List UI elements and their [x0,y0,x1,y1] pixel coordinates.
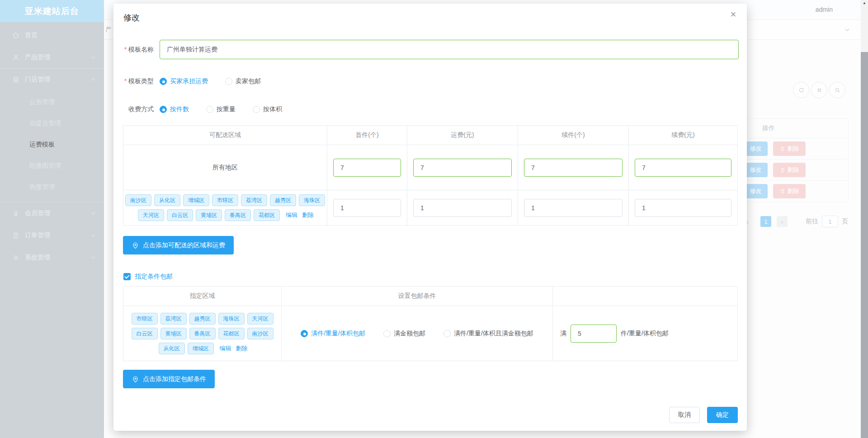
sidebar-item-carousel[interactable]: 轮播图管理 [0,155,104,176]
sidebar-item-pickup-points[interactable]: 自提点管理 [0,113,104,134]
sidebar-item-system[interactable]: 系统管理 [0,246,104,268]
radio-buyer-pays[interactable]: 买家承担运费 [160,77,208,85]
search-icon [834,87,841,94]
chevron-down-icon [90,211,96,216]
radio-by-volume[interactable]: 按体积 [253,105,282,113]
checkbox-checked-icon[interactable] [123,273,131,280]
document-icon [12,232,19,239]
chevron-up-icon [90,77,96,82]
confirm-button[interactable]: 确定 [707,407,738,423]
col-header-condition: 设置包邮条件 [282,287,553,306]
scrollbar-thumb[interactable] [861,52,868,438]
region-tag: 黄埔区 [160,328,187,339]
sidebar-item-announcements[interactable]: 公告管理 [0,91,104,113]
col-header-additional-fee: 续费(元) [629,126,737,145]
col-header-region: 可配送区域 [123,126,327,145]
chevron-down-icon [90,55,96,60]
charge-method-row: 收费方式 按件数 按重量 按体积 [123,102,299,117]
additional-count-input[interactable] [524,199,623,217]
scroll-up-icon[interactable]: ▲ [861,1,868,5]
first-count-input[interactable] [333,199,401,217]
radio-icon [443,330,451,337]
sidebar-item-orders[interactable]: 订单管理 [0,224,104,246]
template-type-row: 模板类型 买家承担运费 卖家包邮 [123,74,278,89]
free-condition-table: 指定区域 设置包邮条件 市辖区 荔湾区 越秀区 海珠区 天河区 白云区 黄埔区 [123,286,738,361]
row-delete-button[interactable]: 删除 [773,141,806,156]
breadcrumb: 产 [105,26,112,34]
dialog-title: 修改 [123,12,140,23]
refresh-icon [798,87,805,94]
goto-page-input[interactable] [822,216,838,227]
row-delete-button[interactable]: 删除 [773,163,806,177]
condition-row: 市辖区 荔湾区 越秀区 海珠区 天河区 白云区 黄埔区 番禺区 花都区 南沙区 [123,306,737,361]
radio-count-and-amount-free[interactable]: 满件/重量/体积且满金额包邮 [443,330,533,338]
col-header-specified-region: 指定区域 [123,287,282,306]
all-regions-row: 所有地区 [123,145,737,190]
region-tags: 南沙区 从化区 增城区 市辖区 荔湾区 越秀区 海珠区 天河区 白云区 黄埔区 … [123,193,327,222]
cancel-button[interactable]: 取消 [669,407,700,423]
gear-icon [12,254,19,261]
region-tag: 白云区 [167,209,193,221]
chevron-down-icon [90,255,96,260]
delete-regions-link[interactable]: 删除 [236,344,248,353]
free-condition-label: 指定条件包邮 [135,273,173,281]
radio-icon [225,78,232,85]
region-tag: 从化区 [154,194,180,206]
search-button[interactable] [829,82,845,98]
chevron-down-icon[interactable] [844,27,850,33]
radio-amount-free[interactable]: 满金额包邮 [383,330,425,338]
admin-user-menu[interactable]: admin [816,6,833,13]
add-region-button[interactable]: 点击添加可配送的区域和运费 [123,236,234,254]
sidebar-item-shipping-templates[interactable]: 运费模板 [0,134,104,155]
trash-icon [780,188,785,194]
edit-regions-link[interactable]: 编辑 [286,211,297,219]
stores-submenu: 公告管理 自提点管理 运费模板 轮播图管理 热搜管理 [0,90,104,202]
threshold-input[interactable] [571,325,617,343]
first-count-input[interactable] [333,159,401,177]
close-icon[interactable]: × [727,8,740,21]
template-name-input[interactable] [160,40,739,59]
sidebar-item-members[interactable]: 会员管理 [0,202,104,224]
scrollbar[interactable]: ▲ [861,0,868,438]
delete-regions-link[interactable]: 删除 [302,211,314,219]
trash-icon [780,167,785,173]
home-icon [12,32,19,39]
add-condition-button[interactable]: 点击添加指定包邮条件 [123,370,215,388]
column-settings-button[interactable] [811,82,827,98]
col-header-first-count: 首件(个) [327,126,407,145]
additional-count-input[interactable] [524,159,623,177]
free-condition-row[interactable]: 指定条件包邮 [123,273,173,281]
additional-fee-input[interactable] [635,199,731,217]
region-tag: 番禺区 [225,209,251,221]
region-tag: 越秀区 [189,313,216,325]
radio-seller-free[interactable]: 卖家包邮 [225,77,261,85]
col-header-fee: 运费(元) [407,126,518,145]
user-icon [12,54,19,61]
region-tag: 花都区 [254,209,280,221]
col-header-empty [553,287,737,306]
region-tag: 番禺区 [189,328,216,339]
radio-by-weight[interactable]: 按重量 [206,105,236,113]
region-tag: 越秀区 [270,194,296,206]
radio-icon [383,330,391,337]
threshold-suffix: 件/重量/体积包邮 [621,330,669,338]
region-tag: 荔湾区 [241,194,267,206]
additional-fee-input[interactable] [635,159,731,177]
row-delete-button[interactable]: 删除 [773,184,806,198]
fee-input[interactable] [413,199,512,217]
col-header-additional-count: 续件(个) [518,126,629,145]
radio-icon [160,106,167,113]
page-number-active[interactable]: 1 [760,216,771,227]
sidebar-item-stores[interactable]: 门店管理 [0,68,104,90]
sidebar-item-home[interactable]: 首页 [0,24,104,46]
sidebar-item-products[interactable]: 产品管理 [0,46,104,68]
region-all-label: 所有地区 [123,145,327,190]
refresh-button[interactable] [793,82,809,98]
next-page-icon[interactable]: › [777,216,788,227]
sidebar-item-hot-search[interactable]: 热搜管理 [0,176,104,198]
fee-input[interactable] [413,159,512,177]
custom-regions-row: 南沙区 从化区 增城区 市辖区 荔湾区 越秀区 海珠区 天河区 白云区 黄埔区 … [123,190,737,226]
edit-regions-link[interactable]: 编辑 [220,344,231,353]
radio-by-count[interactable]: 按件数 [160,105,189,113]
radio-count-free[interactable]: 满件/重量/体积包邮 [301,330,365,338]
